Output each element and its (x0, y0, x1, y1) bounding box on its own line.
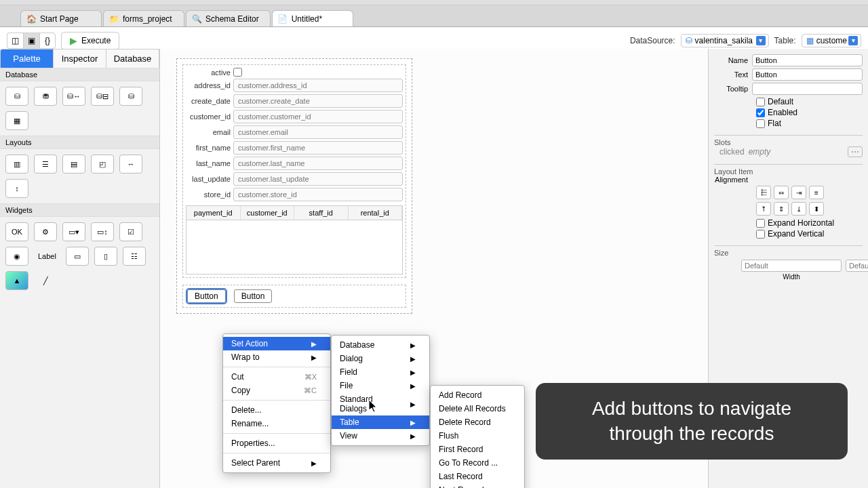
ctx-wrap-to[interactable]: Wrap to▶ (223, 350, 330, 364)
layout-splitter-h[interactable]: ↔ (119, 155, 142, 174)
db-widget-3[interactable]: ⛁↔ (62, 87, 85, 106)
align-vcenter[interactable]: ⇕ (774, 202, 789, 216)
ctx-view[interactable]: View▶ (332, 429, 429, 443)
ctx-select-parent[interactable]: Select Parent▶ (223, 456, 330, 470)
widget-dropdown[interactable]: ▭▾ (62, 222, 85, 241)
ctx-properties[interactable]: Properties... (223, 436, 330, 450)
button-bar[interactable]: Button Button (182, 285, 406, 308)
widget-radio[interactable]: ◉ (5, 247, 28, 266)
widget-label[interactable]: Label (34, 247, 60, 266)
db-widget-grid[interactable]: ▦ (5, 111, 28, 130)
input-store-id[interactable] (233, 188, 403, 201)
ctx-table[interactable]: Table▶ (332, 415, 429, 429)
ctx-copy[interactable]: Copy⌘C (223, 384, 330, 397)
field-first-name[interactable]: first_name (186, 141, 403, 155)
ctx-field[interactable]: Field▶ (332, 365, 429, 379)
form-container[interactable]: active address_id create_date customer_i… (176, 58, 412, 314)
ctx-set-action[interactable]: Set Action▶ (223, 337, 330, 350)
height-input[interactable] (846, 260, 868, 272)
align-hcenter[interactable]: ⇔ (774, 186, 789, 199)
ctx-next-record[interactable]: Next Record (431, 483, 524, 488)
input-email[interactable] (233, 125, 403, 139)
align-right[interactable]: ⇥ (791, 186, 806, 199)
widget-textarea[interactable]: ▯ (94, 247, 117, 266)
expand-v-check[interactable] (756, 230, 765, 239)
braces-icon[interactable]: {} (39, 33, 56, 49)
ctx-delete-all[interactable]: Delete All Records (431, 402, 524, 415)
execute-button[interactable]: ▶ Execute (61, 32, 119, 49)
ctx-file[interactable]: File▶ (332, 379, 429, 392)
input-create-date[interactable] (233, 94, 403, 108)
layout-center-icon[interactable]: ▣ (23, 33, 39, 49)
width-input[interactable] (741, 260, 842, 272)
form-button-2[interactable]: Button (234, 289, 273, 303)
ctx-flush[interactable]: Flush (431, 429, 524, 443)
db-widget-4[interactable]: ⛁⊟ (91, 87, 114, 106)
ctx-menu-main[interactable]: Set Action▶ Wrap to▶ Cut⌘X Copy⌘C Delete… (222, 333, 331, 473)
align-left[interactable]: ⬱ (756, 186, 771, 199)
widget-image[interactable]: ▲ (5, 271, 28, 290)
field-store-id[interactable]: store_id (186, 188, 403, 201)
panel-tab-inspector[interactable]: Inspector (54, 49, 106, 68)
form-button-1[interactable]: Button (187, 289, 226, 303)
prop-name-input[interactable] (752, 54, 863, 66)
ctx-database[interactable]: Database▶ (332, 338, 429, 352)
field-last-name[interactable]: last_name (186, 157, 403, 170)
layout-columns[interactable]: ▥ (5, 155, 28, 174)
table-body[interactable] (186, 220, 403, 274)
ctx-standard-dialogs[interactable]: Standard Dialogs▶ (332, 392, 429, 415)
db-widget-2[interactable]: ⛃ (34, 87, 57, 106)
ctx-last-record[interactable]: Last Record (431, 470, 524, 483)
ctx-menu-table-actions[interactable]: Add Record Delete All Records Delete Rec… (430, 385, 525, 488)
align-bottom[interactable]: ⤓ (791, 202, 806, 216)
ctx-dialog[interactable]: Dialog▶ (332, 352, 429, 365)
ctx-menu-action-type[interactable]: Database▶ Dialog▶ Field▶ File▶ Standard … (331, 335, 430, 446)
align-justify[interactable]: ≡ (809, 186, 824, 199)
input-last-name[interactable] (233, 157, 403, 170)
table-select[interactable]: ▦ custome (802, 34, 861, 47)
ctx-delete-record[interactable]: Delete Record (431, 415, 524, 429)
ctx-goto-record[interactable]: Go To Record ... (431, 456, 524, 470)
prop-text-input[interactable] (752, 68, 863, 81)
prop-flat-check[interactable] (756, 119, 765, 128)
view-mode-segment[interactable]: ◫ ▣ {} (7, 33, 56, 49)
input-first-name[interactable] (233, 141, 403, 155)
expand-h-check[interactable] (756, 219, 765, 228)
input-last-update[interactable] (233, 172, 403, 186)
widget-line[interactable]: ╱ (34, 271, 57, 290)
input-address-id[interactable] (233, 79, 403, 92)
ctx-delete[interactable]: Delete... (223, 403, 330, 417)
widget-stepper[interactable]: ▭↕ (91, 222, 114, 241)
tab-schema-editor[interactable]: 🔍 Schema Editor (186, 10, 271, 26)
layout-columns-icon[interactable]: ◫ (7, 33, 23, 49)
checkbox-active[interactable] (233, 68, 242, 77)
ctx-cut[interactable]: Cut⌘X (223, 370, 330, 384)
field-last-update[interactable]: last_update (186, 172, 403, 186)
field-address-id[interactable]: address_id (186, 79, 403, 92)
field-create-date[interactable]: create_date (186, 94, 403, 108)
ctx-rename[interactable]: Rename... (223, 417, 330, 430)
panel-tab-palette[interactable]: Palette (0, 49, 54, 68)
widget-checkbox[interactable]: ☑ (119, 222, 142, 241)
ctx-add-record[interactable]: Add Record (431, 388, 524, 402)
layout-rows[interactable]: ☰ (34, 155, 57, 174)
prop-enabled-check[interactable] (756, 108, 765, 117)
tab-forms-project[interactable]: 📁 forms_project (103, 10, 184, 26)
align-stretch[interactable]: ⬍ (809, 202, 824, 216)
panel-tab-database[interactable]: Database (106, 49, 159, 68)
widget-textfield[interactable]: ▭ (66, 247, 89, 266)
layout-splitter-v[interactable]: ↕ (5, 179, 28, 198)
layout-tabs[interactable]: ◰ (91, 155, 114, 174)
prop-default-check[interactable] (756, 98, 765, 106)
field-customer-id[interactable]: customer_id (186, 110, 403, 123)
widget-button[interactable]: OK (5, 222, 28, 241)
db-widget-1[interactable]: ⛁ (5, 87, 28, 106)
widget-list[interactable]: ☷ (123, 247, 146, 266)
widget-gear[interactable]: ⚙ (34, 222, 57, 241)
tab-untitled[interactable]: 📄 Untitled* (272, 10, 353, 26)
tab-start-page[interactable]: 🏠 Start Page (20, 10, 102, 26)
field-email[interactable]: email (186, 125, 403, 139)
db-widget-5[interactable]: ⛁ (119, 87, 142, 106)
prop-tooltip-input[interactable] (752, 83, 863, 95)
slots-more-button[interactable]: ⋯ (848, 146, 863, 157)
